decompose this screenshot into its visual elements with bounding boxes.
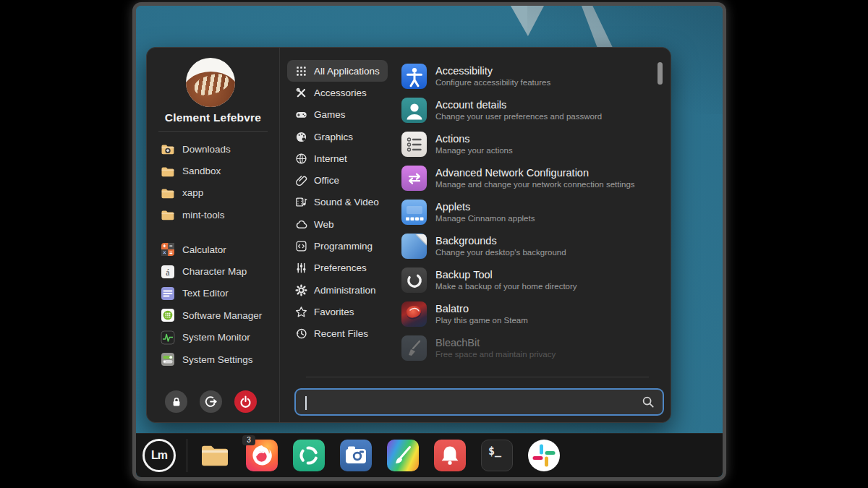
category-recent-files[interactable]: Recent Files: [287, 323, 376, 345]
search-input[interactable]: [296, 390, 642, 414]
category-all-applications[interactable]: All Applications: [287, 60, 388, 82]
sidebar-item-character-map[interactable]: á Character Map: [158, 260, 273, 282]
place-xapp[interactable]: xapp: [158, 182, 273, 204]
sidebar-item-label: Character Map: [182, 266, 247, 277]
terminal-button[interactable]: $_: [481, 440, 513, 471]
scrollbar-thumb[interactable]: [658, 62, 663, 85]
sidebar-item-system-settings[interactable]: System Settings: [158, 348, 273, 370]
category-label: Programming: [314, 241, 373, 252]
category-list: All Applications Accessories: [287, 60, 388, 345]
lock-screen-button[interactable]: [165, 390, 187, 413]
app-subtitle: Manage and change your network connectio…: [435, 179, 635, 189]
category-office[interactable]: Office: [287, 169, 347, 191]
folder-icon: [161, 207, 175, 222]
place-mint-tools[interactable]: mint-tools: [158, 204, 273, 226]
downloads-folder-icon: [161, 142, 175, 156]
sidebar-item-label: Text Editor: [182, 288, 229, 299]
network-icon: [401, 166, 427, 191]
app-title: Advanced Network Configuration: [435, 166, 635, 179]
sync-arrows-icon: [293, 440, 325, 471]
svg-text:á: á: [166, 267, 170, 277]
app-subtitle: Manage your actions: [435, 145, 513, 155]
mint-logo-text: Lm: [151, 449, 167, 462]
category-label: Accessories: [314, 87, 367, 98]
sliders-icon: [295, 262, 307, 274]
folder-icon: [161, 164, 175, 179]
slack-icon: [528, 440, 560, 471]
app-bleachbit[interactable]: BleachBit Free space and maintain privac…: [401, 331, 651, 365]
accessibility-icon: [401, 64, 427, 89]
backup-icon: [401, 267, 427, 293]
category-label: Office: [314, 175, 339, 186]
category-label: All Applications: [314, 66, 380, 77]
logout-button[interactable]: [200, 390, 222, 413]
sidebar-item-text-editor[interactable]: Text Editor: [158, 283, 273, 304]
logout-icon: [204, 395, 218, 408]
character-map-icon: á: [161, 265, 175, 279]
category-web[interactable]: Web: [287, 213, 342, 235]
category-label: Administration: [314, 285, 376, 296]
app-actions[interactable]: Actions Manage your actions: [401, 127, 651, 161]
alarm-button[interactable]: [434, 440, 466, 471]
sidebar-item-calculator[interactable]: Calculator: [158, 239, 273, 260]
paintbrush-icon: [387, 440, 419, 471]
category-accessories[interactable]: Accessories: [287, 82, 375, 103]
app-subtitle: Free space and maintain privacy: [435, 349, 556, 359]
terminal-prompt: $_: [488, 445, 501, 458]
star-icon: [295, 306, 307, 318]
tools-icon: [295, 87, 307, 99]
category-games[interactable]: Games: [287, 104, 354, 126]
user-avatar[interactable]: [186, 58, 235, 107]
app-applets[interactable]: Applets Manage Cinnamon applets: [401, 195, 651, 229]
system-monitor-icon: [161, 330, 175, 345]
app-title: Backup Tool: [435, 268, 577, 281]
category-preferences[interactable]: Preferences: [287, 257, 375, 279]
slack-button[interactable]: [528, 440, 560, 471]
firefox-button[interactable]: 3: [246, 440, 278, 471]
app-title: Actions: [435, 132, 513, 145]
category-label: Web: [314, 219, 334, 230]
place-label: Downloads: [182, 144, 231, 155]
app-backup-tool[interactable]: Backup Tool Make a backup of your home d…: [401, 263, 651, 297]
sync-button[interactable]: [293, 440, 325, 471]
place-downloads[interactable]: Downloads: [158, 138, 273, 160]
app-subtitle: Make a backup of your home directory: [435, 281, 577, 291]
sidebar-item-system-monitor[interactable]: System Monitor: [158, 327, 273, 348]
drawing-button[interactable]: [387, 440, 419, 471]
search-bar: [294, 388, 664, 416]
application-list: Accessibility Configure accessibility fe…: [401, 59, 651, 365]
sidebar-item-label: System Monitor: [182, 332, 250, 343]
app-balatro[interactable]: Balatro Play this game on Steam: [401, 297, 651, 331]
bell-icon: [434, 440, 466, 471]
app-title: BleachBit: [435, 336, 556, 349]
shutdown-button[interactable]: [234, 390, 257, 413]
sidebar-divider: [158, 131, 268, 132]
sidebar-item-label: Software Manager: [182, 310, 262, 321]
app-advanced-network-configuration[interactable]: Advanced Network Configuration Manage an…: [401, 161, 651, 195]
app-title: Accessibility: [435, 64, 550, 77]
category-internet[interactable]: Internet: [287, 147, 355, 169]
app-account-details[interactable]: Account details Change your user prefere…: [401, 93, 651, 127]
screenshot-button[interactable]: [340, 440, 372, 471]
app-subtitle: Change your user preferences and passwor…: [435, 111, 602, 121]
software-manager-icon: [161, 308, 175, 322]
place-sandbox[interactable]: Sandbox: [158, 160, 273, 181]
category-programming[interactable]: Programming: [287, 235, 380, 257]
history-icon: [295, 328, 307, 340]
sidebar-apps-list: Calculator á Character Map: [158, 239, 273, 370]
sidebar-item-software-manager[interactable]: Software Manager: [158, 304, 273, 326]
account-icon: [401, 98, 427, 123]
category-favorites[interactable]: Favorites: [287, 301, 362, 322]
mint-menu-button[interactable]: Lm: [142, 439, 176, 472]
globe-icon: [295, 153, 307, 165]
app-backgrounds[interactable]: Backgrounds Change your desktop's backgr…: [401, 229, 651, 263]
category-graphics[interactable]: Graphics: [287, 126, 361, 147]
app-title: Account details: [435, 98, 602, 111]
applets-icon: [401, 200, 427, 225]
app-accessibility[interactable]: Accessibility Configure accessibility fe…: [401, 59, 651, 93]
search-icon: [642, 395, 655, 408]
category-sound-video[interactable]: Sound & Video: [287, 192, 387, 213]
app-subtitle: Manage Cinnamon applets: [435, 213, 535, 223]
file-manager-button[interactable]: [199, 440, 231, 471]
category-administration[interactable]: Administration: [287, 279, 384, 301]
